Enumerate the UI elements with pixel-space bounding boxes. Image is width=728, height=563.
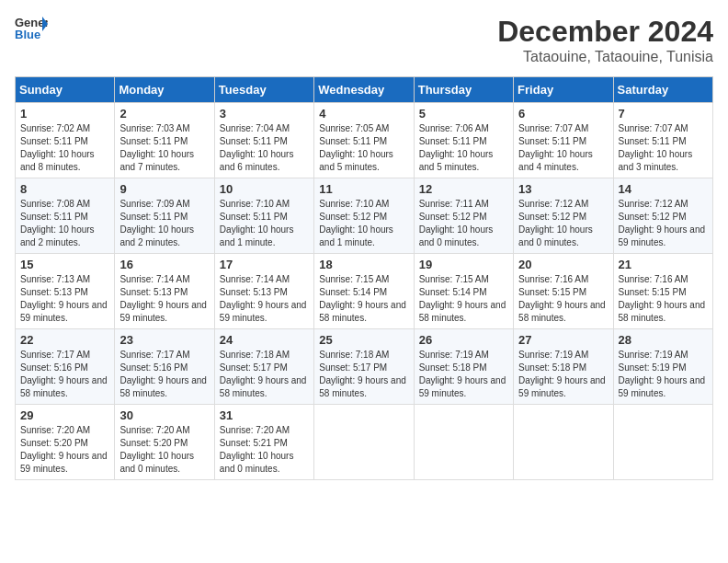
calendar-cell: 14Sunrise: 7:12 AMSunset: 5:12 PMDayligh…	[613, 178, 712, 254]
day-number: 3	[220, 107, 309, 121]
day-sun-info: Sunrise: 7:15 AMSunset: 5:14 PMDaylight:…	[319, 273, 408, 325]
calendar-cell: 21Sunrise: 7:16 AMSunset: 5:15 PMDayligh…	[613, 254, 712, 329]
day-sun-info: Sunrise: 7:17 AMSunset: 5:16 PMDaylight:…	[119, 349, 209, 400]
day-of-week-header: Monday	[115, 77, 214, 103]
calendar-cell	[613, 405, 712, 480]
calendar-cell: 6Sunrise: 7:07 AMSunset: 5:11 PMDaylight…	[514, 103, 613, 178]
day-sun-info: Sunrise: 7:08 AMSunset: 5:11 PMDaylight:…	[20, 198, 109, 249]
day-sun-info: Sunrise: 7:02 AMSunset: 5:11 PMDaylight:…	[20, 122, 109, 174]
day-sun-info: Sunrise: 7:10 AMSunset: 5:12 PMDaylight:…	[319, 198, 408, 249]
month-title: December 2024	[497, 15, 713, 49]
day-sun-info: Sunrise: 7:20 AMSunset: 5:20 PMDaylight:…	[119, 424, 209, 476]
calendar-cell: 1Sunrise: 7:02 AMSunset: 5:11 PMDaylight…	[16, 103, 115, 178]
calendar-week-row: 22Sunrise: 7:17 AMSunset: 5:16 PMDayligh…	[16, 329, 713, 405]
calendar-table: SundayMondayTuesdayWednesdayThursdayFrid…	[15, 76, 713, 480]
calendar-week-row: 1Sunrise: 7:02 AMSunset: 5:11 PMDaylight…	[16, 103, 713, 178]
calendar-week-row: 29Sunrise: 7:20 AMSunset: 5:20 PMDayligh…	[16, 405, 713, 480]
calendar-cell: 13Sunrise: 7:12 AMSunset: 5:12 PMDayligh…	[514, 178, 613, 254]
day-number: 5	[419, 107, 508, 121]
day-number: 10	[220, 182, 309, 196]
header: General Blue December 2024 Tataouine, Ta…	[15, 15, 713, 65]
logo: General Blue	[15, 15, 48, 40]
day-sun-info: Sunrise: 7:04 AMSunset: 5:11 PMDaylight:…	[220, 122, 309, 174]
day-sun-info: Sunrise: 7:19 AMSunset: 5:18 PMDaylight:…	[518, 349, 608, 400]
days-of-week-row: SundayMondayTuesdayWednesdayThursdayFrid…	[16, 77, 713, 103]
day-sun-info: Sunrise: 7:17 AMSunset: 5:16 PMDaylight:…	[20, 349, 109, 400]
day-number: 21	[619, 258, 708, 271]
calendar-cell: 30Sunrise: 7:20 AMSunset: 5:20 PMDayligh…	[115, 405, 214, 480]
day-sun-info: Sunrise: 7:20 AMSunset: 5:20 PMDaylight:…	[20, 424, 109, 476]
calendar-cell	[314, 405, 414, 480]
day-number: 4	[319, 107, 408, 121]
day-sun-info: Sunrise: 7:05 AMSunset: 5:11 PMDaylight:…	[319, 122, 408, 174]
day-number: 15	[20, 258, 109, 271]
calendar-cell: 17Sunrise: 7:14 AMSunset: 5:13 PMDayligh…	[214, 254, 313, 329]
day-number: 31	[220, 408, 309, 422]
day-of-week-header: Friday	[514, 77, 613, 103]
day-number: 7	[619, 107, 708, 121]
day-number: 6	[518, 107, 608, 121]
calendar-cell: 8Sunrise: 7:08 AMSunset: 5:11 PMDaylight…	[16, 178, 115, 254]
day-number: 19	[419, 258, 508, 271]
day-sun-info: Sunrise: 7:18 AMSunset: 5:17 PMDaylight:…	[220, 349, 309, 400]
day-number: 27	[518, 333, 608, 347]
day-number: 30	[119, 408, 209, 422]
day-number: 13	[518, 182, 608, 196]
day-number: 26	[419, 333, 508, 347]
svg-text:Blue: Blue	[15, 28, 40, 40]
location-title: Tataouine, Tataouine, Tunisia	[497, 49, 713, 65]
calendar-cell	[414, 405, 513, 480]
day-of-week-header: Saturday	[613, 77, 712, 103]
day-number: 12	[419, 182, 508, 196]
calendar-cell: 10Sunrise: 7:10 AMSunset: 5:11 PMDayligh…	[214, 178, 313, 254]
day-number: 24	[220, 333, 309, 347]
title-area: December 2024 Tataouine, Tataouine, Tuni…	[497, 15, 713, 65]
calendar-cell: 15Sunrise: 7:13 AMSunset: 5:13 PMDayligh…	[16, 254, 115, 329]
day-sun-info: Sunrise: 7:16 AMSunset: 5:15 PMDaylight:…	[619, 273, 708, 325]
day-number: 11	[319, 182, 408, 196]
day-sun-info: Sunrise: 7:18 AMSunset: 5:17 PMDaylight:…	[319, 349, 408, 400]
calendar-cell: 2Sunrise: 7:03 AMSunset: 5:11 PMDaylight…	[115, 103, 214, 178]
day-of-week-header: Tuesday	[214, 77, 313, 103]
day-number: 23	[119, 333, 209, 347]
day-sun-info: Sunrise: 7:16 AMSunset: 5:15 PMDaylight:…	[518, 273, 608, 325]
day-number: 1	[20, 107, 109, 121]
calendar-cell: 29Sunrise: 7:20 AMSunset: 5:20 PMDayligh…	[16, 405, 115, 480]
calendar-cell: 27Sunrise: 7:19 AMSunset: 5:18 PMDayligh…	[514, 329, 613, 405]
calendar-week-row: 8Sunrise: 7:08 AMSunset: 5:11 PMDaylight…	[16, 178, 713, 254]
day-of-week-header: Thursday	[414, 77, 513, 103]
day-sun-info: Sunrise: 7:10 AMSunset: 5:11 PMDaylight:…	[220, 198, 309, 249]
day-sun-info: Sunrise: 7:13 AMSunset: 5:13 PMDaylight:…	[20, 273, 109, 325]
day-sun-info: Sunrise: 7:11 AMSunset: 5:12 PMDaylight:…	[419, 198, 508, 249]
calendar-cell: 31Sunrise: 7:20 AMSunset: 5:21 PMDayligh…	[214, 405, 313, 480]
calendar-cell: 12Sunrise: 7:11 AMSunset: 5:12 PMDayligh…	[414, 178, 513, 254]
calendar-cell: 24Sunrise: 7:18 AMSunset: 5:17 PMDayligh…	[214, 329, 313, 405]
calendar-cell: 16Sunrise: 7:14 AMSunset: 5:13 PMDayligh…	[115, 254, 214, 329]
day-number: 22	[20, 333, 109, 347]
day-number: 18	[319, 258, 408, 271]
day-number: 29	[20, 408, 109, 422]
calendar-cell: 25Sunrise: 7:18 AMSunset: 5:17 PMDayligh…	[314, 329, 414, 405]
calendar-cell: 23Sunrise: 7:17 AMSunset: 5:16 PMDayligh…	[115, 329, 214, 405]
calendar-cell: 7Sunrise: 7:07 AMSunset: 5:11 PMDaylight…	[613, 103, 712, 178]
day-sun-info: Sunrise: 7:15 AMSunset: 5:14 PMDaylight:…	[419, 273, 508, 325]
day-sun-info: Sunrise: 7:19 AMSunset: 5:19 PMDaylight:…	[619, 349, 708, 400]
day-sun-info: Sunrise: 7:07 AMSunset: 5:11 PMDaylight:…	[619, 122, 708, 174]
calendar-cell: 19Sunrise: 7:15 AMSunset: 5:14 PMDayligh…	[414, 254, 513, 329]
day-number: 17	[220, 258, 309, 271]
day-sun-info: Sunrise: 7:19 AMSunset: 5:18 PMDaylight:…	[419, 349, 508, 400]
calendar-cell: 28Sunrise: 7:19 AMSunset: 5:19 PMDayligh…	[613, 329, 712, 405]
day-number: 8	[20, 182, 109, 196]
day-number: 9	[119, 182, 209, 196]
calendar-cell	[514, 405, 613, 480]
day-sun-info: Sunrise: 7:06 AMSunset: 5:11 PMDaylight:…	[419, 122, 508, 174]
calendar-cell: 4Sunrise: 7:05 AMSunset: 5:11 PMDaylight…	[314, 103, 414, 178]
day-number: 2	[119, 107, 209, 121]
calendar-cell: 5Sunrise: 7:06 AMSunset: 5:11 PMDaylight…	[414, 103, 513, 178]
day-sun-info: Sunrise: 7:14 AMSunset: 5:13 PMDaylight:…	[220, 273, 309, 325]
day-sun-info: Sunrise: 7:07 AMSunset: 5:11 PMDaylight:…	[518, 122, 608, 174]
day-sun-info: Sunrise: 7:14 AMSunset: 5:13 PMDaylight:…	[119, 273, 209, 325]
calendar-cell: 20Sunrise: 7:16 AMSunset: 5:15 PMDayligh…	[514, 254, 613, 329]
day-sun-info: Sunrise: 7:20 AMSunset: 5:21 PMDaylight:…	[220, 424, 309, 476]
calendar-week-row: 15Sunrise: 7:13 AMSunset: 5:13 PMDayligh…	[16, 254, 713, 329]
